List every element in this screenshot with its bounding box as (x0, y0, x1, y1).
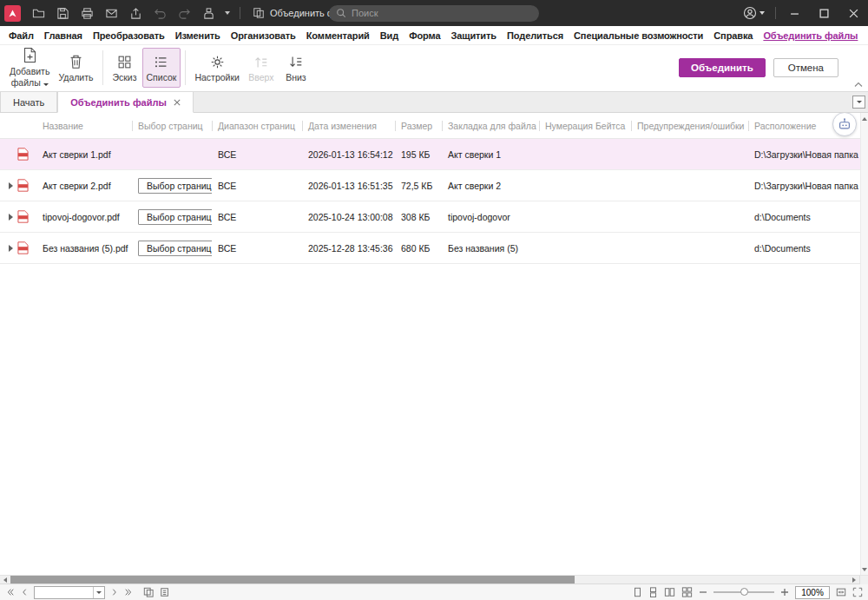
open-file-icon[interactable] (28, 3, 49, 23)
first-page-button[interactable] (5, 588, 15, 597)
chevron-down-icon[interactable] (93, 587, 104, 598)
expand-row-icon[interactable] (9, 182, 13, 189)
last-page-button[interactable] (124, 588, 134, 597)
print-icon[interactable] (76, 3, 97, 23)
file-bookmark: Без названия (5) (442, 243, 539, 254)
menu-convert[interactable]: Преобразовать (88, 30, 170, 41)
column-header-warnings[interactable]: Предупреждения/ошибки (631, 121, 748, 131)
snapshot-icon[interactable] (143, 587, 154, 597)
facing-view-icon[interactable] (664, 587, 675, 597)
ai-assistant-button[interactable] (832, 113, 857, 136)
menu-form[interactable]: Форма (404, 30, 445, 41)
tab-list-button[interactable] (852, 96, 865, 109)
menu-combine-files[interactable]: Объединить файлы (758, 30, 863, 41)
collapse-ribbon-icon[interactable] (854, 82, 863, 88)
zoom-slider-thumb[interactable] (740, 588, 748, 596)
thumbnail-view-button[interactable]: Эскиз (108, 48, 142, 88)
table-row[interactable]: tipovoj-dogovor.pdf Выбор страниц ВСЕ 20… (0, 201, 868, 233)
app-logo[interactable] (4, 5, 21, 22)
search-input[interactable] (352, 8, 532, 18)
table-row[interactable]: Акт сверки 2.pdf Выбор страниц ВСЕ 2026-… (0, 170, 868, 201)
menu-protect[interactable]: Защитить (445, 30, 502, 41)
select-pages-button[interactable]: Выбор страниц (138, 209, 212, 225)
menu-edit[interactable]: Изменить (170, 30, 226, 41)
tab-start[interactable]: Начать (0, 92, 57, 112)
thumbnail-label: Эскиз (112, 72, 136, 82)
grid-view-icon (117, 53, 132, 69)
save-icon[interactable] (52, 3, 73, 23)
page-number-input[interactable] (35, 588, 93, 597)
tab-combine-files[interactable]: Объединить файлы (57, 92, 194, 113)
robot-icon (837, 116, 852, 132)
redo-icon[interactable] (174, 3, 194, 23)
scroll-right-icon[interactable] (849, 576, 859, 584)
search-box[interactable] (329, 5, 539, 22)
menu-share[interactable]: Поделиться (502, 30, 569, 41)
add-files-button[interactable]: Добавить файлы (5, 48, 54, 88)
zoom-slider-track[interactable] (713, 591, 774, 593)
combine-button[interactable]: Объединить (679, 58, 766, 77)
undo-icon[interactable] (149, 3, 170, 23)
search-icon (336, 8, 346, 18)
scroll-down-icon[interactable] (861, 564, 868, 575)
minimize-button[interactable] (779, 0, 809, 26)
fit-width-icon[interactable] (836, 587, 846, 597)
trash-icon (69, 53, 83, 69)
zoom-level-input[interactable] (795, 586, 830, 599)
vertical-scrollbar[interactable] (860, 113, 868, 575)
continuous-facing-view-icon[interactable] (681, 587, 693, 597)
column-header-bates[interactable]: Нумерация Бейтса (539, 121, 631, 131)
cancel-button[interactable]: Отмена (773, 58, 838, 77)
account-menu[interactable] (736, 6, 772, 20)
next-page-button[interactable] (111, 588, 118, 597)
chevron-down-icon[interactable] (222, 3, 233, 23)
previous-page-button[interactable] (21, 588, 28, 597)
email-icon[interactable] (101, 3, 122, 23)
file-location: D:\Загрузки\Новая папка (748, 181, 868, 191)
horizontal-scrollbar-thumb[interactable] (10, 576, 575, 584)
table-row[interactable]: Акт сверки 1.pdf ВСЕ 2026-01-13 16:54:12… (0, 139, 868, 170)
tab-start-label: Начать (13, 97, 44, 108)
zoom-slider[interactable] (713, 591, 774, 593)
scroll-left-icon[interactable] (0, 576, 10, 584)
table-row[interactable]: Без названия (5).pdf Выбор страниц ВСЕ 2… (0, 233, 868, 264)
column-header-page-range[interactable]: Диапазон страниц (212, 121, 302, 131)
menu-comment[interactable]: Комментарий (301, 30, 375, 41)
column-header-bookmark[interactable]: Закладка для файла (442, 121, 539, 131)
menu-view[interactable]: Вид (375, 30, 404, 41)
close-button[interactable] (838, 0, 868, 26)
column-header-name[interactable]: Название (36, 121, 132, 131)
list-view-button[interactable]: Список (142, 48, 181, 88)
fullscreen-icon[interactable] (852, 587, 863, 597)
move-down-button[interactable]: Вниз (279, 48, 313, 88)
zoom-out-button[interactable] (699, 588, 707, 597)
menu-home[interactable]: Главная (39, 30, 88, 41)
menu-accessibility[interactable]: Специальные возможности (569, 30, 708, 41)
continuous-view-icon[interactable] (648, 587, 658, 597)
share-icon[interactable] (125, 3, 146, 23)
column-header-size[interactable]: Размер (395, 121, 442, 131)
zoom-in-button[interactable] (780, 588, 789, 597)
date-modified: 2026-01-13 16:51:35 (302, 181, 395, 191)
ribbon-separator (185, 50, 186, 85)
expand-row-icon[interactable] (9, 245, 13, 252)
menu-organize[interactable]: Организовать (226, 30, 301, 41)
copy-page-icon[interactable] (160, 587, 170, 597)
move-up-button[interactable]: Вверх (244, 48, 279, 88)
stamp-tool-icon[interactable] (198, 3, 219, 23)
menu-help[interactable]: Справка (708, 30, 758, 41)
page-number-combo[interactable] (34, 586, 105, 599)
select-pages-button[interactable]: Выбор страниц (138, 178, 212, 194)
maximize-button[interactable] (809, 0, 838, 26)
menu-file[interactable]: Файл (3, 30, 39, 41)
settings-button[interactable]: Настройки (190, 48, 244, 88)
expand-row-icon[interactable] (9, 214, 13, 221)
column-header-modified[interactable]: Дата изменения (302, 121, 395, 131)
single-page-view-icon[interactable] (633, 587, 642, 597)
select-pages-button[interactable]: Выбор страниц (138, 241, 212, 256)
horizontal-scrollbar[interactable] (0, 575, 868, 584)
delete-button[interactable]: Удалить (54, 48, 97, 88)
column-header-page-select[interactable]: Выбор страниц (132, 121, 212, 131)
close-tab-icon[interactable] (174, 99, 181, 106)
scroll-up-icon[interactable] (861, 113, 868, 124)
